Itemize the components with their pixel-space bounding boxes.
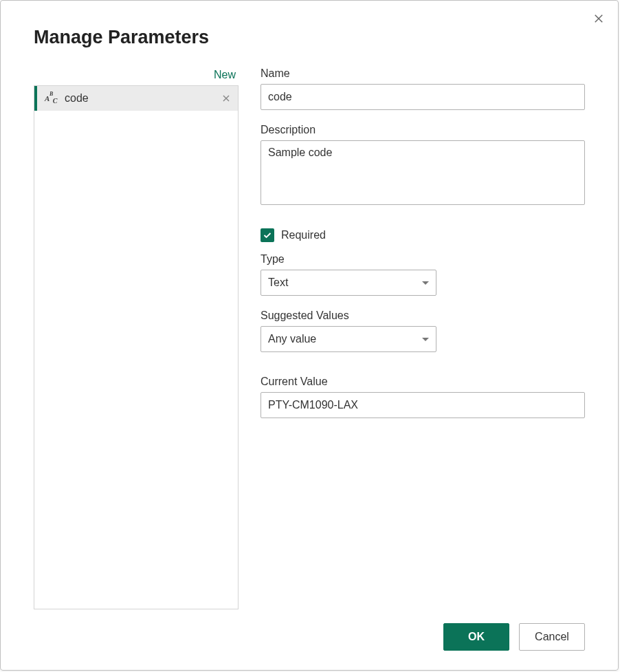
required-checkbox-label: Required (281, 229, 326, 241)
required-checkbox[interactable]: Required (261, 228, 585, 242)
parameter-details-pane: Name Description Sample code Required Ty… (261, 67, 585, 609)
description-input[interactable]: Sample code (261, 140, 585, 205)
description-field-label: Description (261, 124, 585, 136)
new-parameter-link[interactable]: New (211, 67, 239, 83)
close-button[interactable] (590, 10, 607, 27)
parameter-name-label: code (65, 92, 220, 105)
chevron-down-icon (422, 281, 429, 285)
close-icon (593, 12, 605, 25)
type-field-label: Type (261, 253, 585, 265)
dialog-title: Manage Parameters (34, 27, 585, 48)
checkbox-checked-icon (261, 228, 274, 242)
suggested-values-dropdown-value: Any value (268, 333, 316, 345)
chevron-down-icon (422, 338, 429, 341)
delete-parameter-button[interactable] (220, 92, 232, 105)
dialog-footer: OK Cancel (34, 623, 585, 651)
parameter-list-pane: New ABC code (34, 67, 239, 609)
cancel-button[interactable]: Cancel (519, 623, 585, 651)
current-value-input[interactable] (261, 392, 585, 418)
parameter-list: ABC code (34, 85, 239, 609)
suggested-values-dropdown[interactable]: Any value (261, 326, 436, 352)
suggested-values-field-label: Suggested Values (261, 310, 585, 322)
ok-button[interactable]: OK (443, 623, 509, 651)
name-input[interactable] (261, 84, 585, 110)
type-dropdown-value: Text (268, 277, 288, 289)
manage-parameters-dialog: Manage Parameters New ABC code Name Desc… (0, 0, 619, 671)
parameter-list-item[interactable]: ABC code (34, 86, 238, 111)
name-field-label: Name (261, 67, 585, 80)
type-dropdown[interactable]: Text (261, 270, 436, 296)
delete-icon (221, 94, 231, 103)
current-value-field-label: Current Value (261, 376, 585, 388)
text-type-icon: ABC (44, 93, 58, 105)
